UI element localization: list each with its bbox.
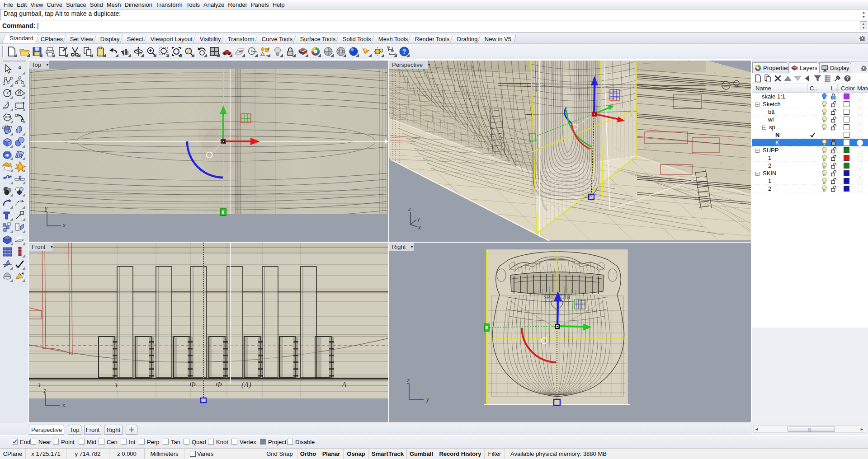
svg-text:y: y — [426, 396, 429, 403]
svg-text:з: з — [114, 380, 118, 389]
svg-text:y: y — [417, 216, 420, 222]
svg-text:y: y — [44, 205, 48, 211]
svg-text:?: ? — [846, 76, 849, 81]
svg-text:Ф: Ф — [189, 380, 196, 389]
svg-text:z: z — [406, 377, 410, 384]
svg-text:z: z — [43, 388, 46, 394]
svg-text:x: x — [62, 222, 66, 229]
svg-text:x: x — [418, 225, 421, 231]
svg-text:A: A — [341, 380, 347, 389]
svg-text:?: ? — [402, 48, 406, 55]
svg-text:z: z — [408, 206, 411, 212]
svg-text:з: з — [37, 380, 41, 389]
svg-text:(Λ): (Λ) — [241, 380, 251, 389]
svg-text:x: x — [62, 402, 66, 408]
svg-text:Ф: Ф — [216, 380, 222, 389]
